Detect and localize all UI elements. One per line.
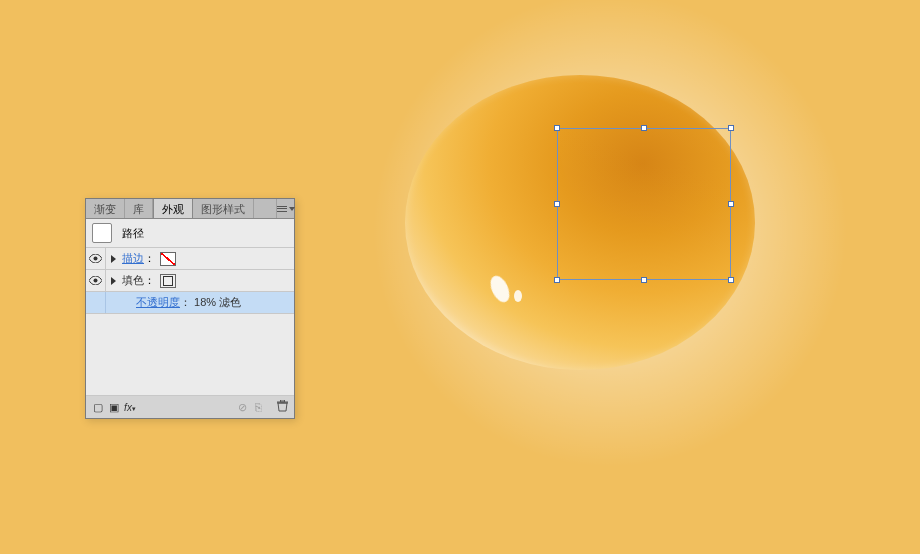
opacity-label[interactable]: 不透明度: [136, 296, 180, 308]
duplicate-item-icon[interactable]: ⎘: [250, 401, 266, 413]
panel-body: 路径 描边 ： 填色 ： 不透明度： 18% 滤色: [86, 219, 294, 396]
panel-footer: ▢ ▣ fx▾ ⊘ ⎘: [86, 396, 294, 418]
tab-graphic-styles[interactable]: 图形样式: [193, 199, 254, 218]
panel-blank-area: [86, 314, 294, 396]
opacity-value: 18%: [194, 296, 216, 308]
stroke-row[interactable]: 描边 ：: [86, 248, 294, 270]
delete-item-icon[interactable]: [274, 400, 290, 414]
opacity-blendmode: 滤色: [219, 296, 241, 308]
stroke-label[interactable]: 描边: [120, 251, 144, 266]
egg-highlight-small: [514, 290, 522, 302]
menu-lines-icon: [277, 206, 287, 212]
object-thumbnail: [92, 223, 112, 243]
chevron-down-icon: [289, 207, 295, 211]
clear-appearance-icon[interactable]: ⊘: [234, 401, 250, 414]
appearance-panel: 渐变 库 外观 图形样式 路径 描边 ： 填色 ： 不透明: [85, 198, 295, 419]
fill-row[interactable]: 填色 ：: [86, 270, 294, 292]
expand-arrow-icon[interactable]: [106, 255, 120, 263]
tab-libraries[interactable]: 库: [125, 199, 153, 218]
object-name-label: 路径: [122, 226, 144, 241]
svg-point-1: [94, 279, 98, 283]
expand-arrow-icon[interactable]: [106, 277, 120, 285]
new-stroke-icon[interactable]: ▣: [106, 401, 122, 414]
opacity-row[interactable]: 不透明度： 18% 滤色: [86, 292, 294, 314]
fill-swatch[interactable]: [160, 274, 176, 288]
opacity-text: 不透明度： 18% 滤色: [106, 295, 241, 310]
visibility-eye-icon[interactable]: [89, 254, 102, 263]
tab-appearance[interactable]: 外观: [153, 199, 193, 218]
fill-label: 填色: [120, 273, 144, 288]
object-target-row[interactable]: 路径: [86, 219, 294, 248]
panel-menu-button[interactable]: [276, 199, 294, 218]
add-effect-button[interactable]: fx▾: [122, 401, 138, 413]
panel-tabbar: 渐变 库 外观 图形样式: [86, 199, 294, 219]
svg-point-0: [94, 257, 98, 261]
stroke-swatch-none[interactable]: [160, 252, 176, 266]
new-fill-icon[interactable]: ▢: [90, 401, 106, 414]
visibility-eye-icon[interactable]: [89, 276, 102, 285]
trash-icon: [277, 400, 288, 412]
tab-gradient[interactable]: 渐变: [86, 199, 125, 218]
